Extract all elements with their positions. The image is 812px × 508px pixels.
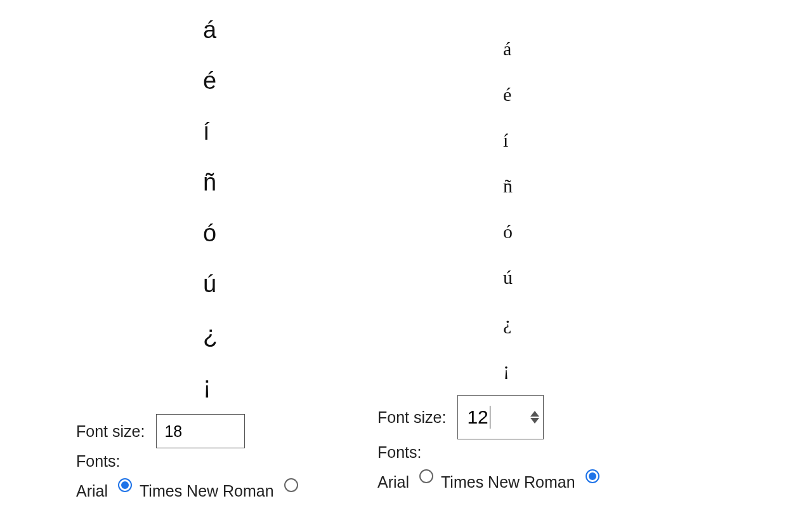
glyph-button[interactable]: ¿ [203, 323, 218, 347]
glyph-button[interactable]: í [503, 131, 508, 150]
font-option-radio-arial[interactable] [419, 469, 433, 483]
panel-right: á é í ñ ó ú ¿ ¡ Font size: [377, 0, 676, 491]
glyph-button[interactable]: ú [203, 272, 216, 296]
text-caret [490, 406, 490, 429]
glyph-list-right: á é í ñ ó ú ¿ ¡ [503, 39, 676, 378]
spinner-down-icon[interactable] [530, 418, 539, 424]
font-option-label: Arial [377, 473, 409, 491]
controls-right: Font size: Fonts: Arial Times New Roman [377, 395, 676, 491]
glyph-button[interactable]: í [203, 119, 210, 144]
fonts-label: Fonts: [76, 452, 120, 471]
glyph-list-left: á é í ñ ó ú ¿ ¡ [203, 18, 374, 398]
glyph-button[interactable]: ó [203, 221, 216, 245]
controls-left: Font size: Fonts: Arial Times New Roman [76, 414, 374, 500]
font-size-label: Font size: [377, 408, 446, 427]
font-option-label: Times New Roman [140, 482, 274, 500]
glyph-button[interactable]: á [503, 39, 511, 58]
font-option-radio-arial[interactable] [118, 478, 132, 492]
glyph-button[interactable]: á [203, 18, 216, 42]
font-size-label: Font size: [76, 422, 145, 441]
font-option-label: Arial [76, 482, 108, 500]
font-size-input[interactable] [458, 406, 516, 429]
font-option-label: Times New Roman [441, 473, 575, 491]
glyph-button[interactable]: é [503, 85, 511, 104]
glyph-button[interactable]: ñ [503, 177, 513, 196]
glyph-button[interactable]: ó [503, 222, 513, 241]
font-options-left: Arial Times New Roman [76, 482, 374, 500]
glyph-button[interactable]: ¡ [203, 373, 211, 398]
font-options-right: Arial Times New Roman [377, 473, 676, 491]
font-option-radio-times[interactable] [586, 469, 599, 483]
glyph-button[interactable]: ú [503, 268, 513, 287]
font-size-input[interactable] [156, 414, 245, 448]
fonts-label: Fonts: [377, 443, 421, 462]
panel-left: á é í ñ ó ú ¿ ¡ Font size: Fonts: Arial … [76, 0, 374, 500]
glyph-button[interactable]: é [203, 69, 216, 93]
font-size-spinner[interactable] [457, 395, 544, 439]
glyph-button[interactable]: ñ [203, 170, 216, 194]
glyph-button[interactable]: ¿ [503, 314, 511, 333]
glyph-button[interactable]: ¡ [503, 359, 509, 378]
spinner-up-icon[interactable] [530, 411, 539, 417]
font-option-radio-times[interactable] [284, 478, 298, 492]
